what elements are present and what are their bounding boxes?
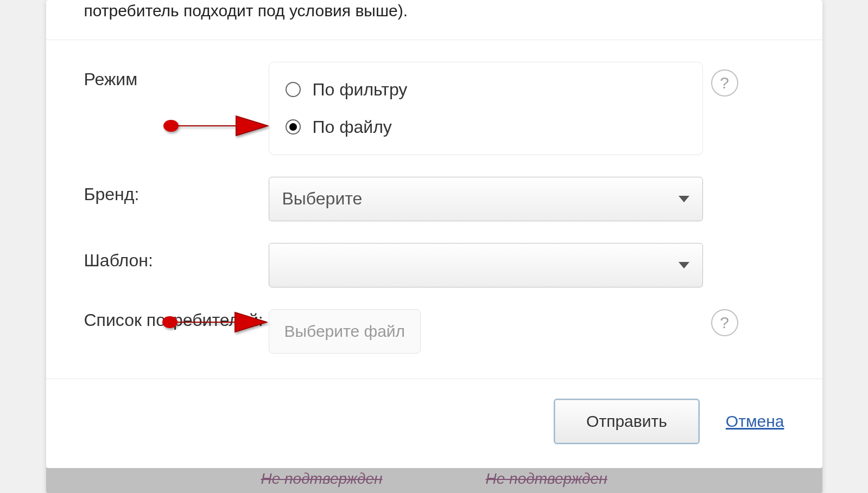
dialog-shadow-wrap: потребитель подходит под условия выше). … <box>46 0 822 493</box>
background-obscured-text: Не подтвержден Не подтвержден <box>46 468 822 493</box>
annotation-arrow-icon <box>160 110 269 144</box>
radio-by-file[interactable]: По файлу <box>286 113 686 142</box>
caret-down-icon <box>679 262 689 268</box>
select-placeholder: Выберите <box>282 189 679 209</box>
row-template: Шаблон: <box>84 243 784 287</box>
brand-select[interactable]: Выберите <box>269 177 703 221</box>
row-brand: Бренд: Выберите <box>84 177 784 221</box>
help-icon[interactable]: ? <box>711 69 738 97</box>
mode-radio-group: По фильтру По файлу <box>269 62 703 155</box>
dialog-body: Режим По фильтру По файлу ? <box>46 40 822 379</box>
caret-down-icon <box>679 196 689 202</box>
radio-by-filter[interactable]: По фильтру <box>286 75 686 104</box>
svg-point-0 <box>163 120 179 132</box>
dialog-footer: Отправить Отмена <box>46 379 822 468</box>
dialog: потребитель подходит под условия выше). … <box>46 0 822 468</box>
header-fragment-text: потребитель подходит под условия выше). <box>46 0 822 40</box>
cancel-link[interactable]: Отмена <box>726 412 784 431</box>
radio-icon <box>286 82 301 97</box>
radio-label: По файлу <box>313 117 392 137</box>
choose-file-button[interactable]: Выберите файл <box>269 309 421 354</box>
label-template: Шаблон: <box>84 243 269 271</box>
label-consumer-list: Список потребителей: <box>84 309 269 331</box>
mode-control: По фильтру По файлу <box>269 62 703 155</box>
template-select[interactable] <box>269 243 703 287</box>
radio-label: По фильтру <box>313 80 408 100</box>
label-mode: Режим <box>84 62 269 89</box>
row-mode: Режим По фильтру По файлу ? <box>84 62 784 155</box>
submit-button[interactable]: Отправить <box>554 399 700 444</box>
label-brand: Бренд: <box>84 177 269 204</box>
radio-icon <box>286 119 301 135</box>
help-icon[interactable]: ? <box>711 309 738 336</box>
row-consumer-list: Список потребителей: Выберите файл ? <box>84 309 784 354</box>
